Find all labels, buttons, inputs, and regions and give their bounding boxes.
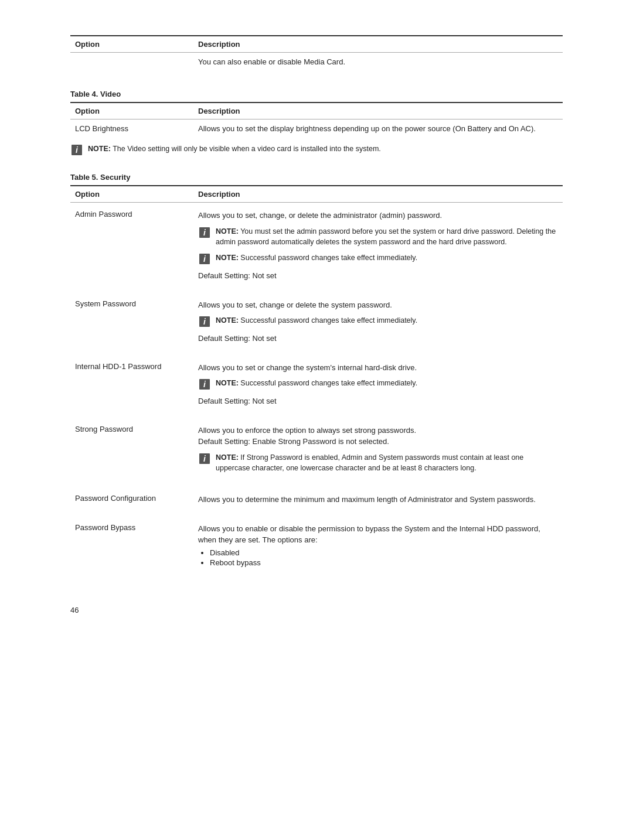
table5-option-hdd: Internal HDD-1 Password — [70, 355, 193, 412]
note-icon-strong1: i — [198, 452, 211, 465]
table5-row-config: Password Configuration Allows you to det… — [70, 487, 563, 510]
table5-desc-system: Allows you to set, change or delete the … — [193, 292, 563, 349]
table5-row-system: System Password Allows you to set, chang… — [70, 292, 563, 349]
note-icon-admin2: i — [198, 252, 211, 265]
admin-default: Default Setting: Not set — [198, 270, 558, 282]
table5-row-strong: Strong Password Allows you to enforce th… — [70, 418, 563, 482]
table4-option-lcd: LCD Brightness — [70, 119, 193, 138]
table5-desc-hdd: Allows you to set or change the system's… — [193, 355, 563, 412]
bypass-bullet-disabled: Disabled — [210, 548, 558, 557]
hdd-default: Default Setting: Not set — [198, 395, 558, 407]
table5-header: Option Description — [70, 186, 563, 203]
note-icon-system1: i — [198, 315, 211, 328]
table5-header-desc: Description — [193, 186, 563, 203]
strong-note1-block: i NOTE: If Strong Password is enabled, A… — [198, 452, 558, 474]
table4-desc-lcd: Allows you to set the display brightness… — [193, 119, 563, 138]
admin-note2-text: NOTE: Successful password changes take e… — [216, 252, 417, 264]
top-row-desc: You can also enable or disable Media Car… — [193, 53, 563, 71]
table5-desc-bypass: Allows you to enable or disable the perm… — [193, 516, 563, 571]
table4-note-block: i NOTE: The Video setting will only be v… — [70, 144, 563, 156]
strong-note1-text: NOTE: If Strong Password is enabled, Adm… — [216, 452, 558, 474]
page-number-container: 46 — [70, 606, 563, 614]
table5-option-strong: Strong Password — [70, 418, 193, 482]
table4-title: Table 4. Video — [70, 90, 563, 98]
table5-desc-config: Allows you to determine the minimum and … — [193, 487, 563, 510]
top-header-option: Option — [70, 36, 193, 53]
spacer3 — [70, 412, 563, 418]
top-continuation-section: Option Description You can also enable o… — [70, 35, 563, 71]
top-table-header: Option Description — [70, 36, 563, 53]
table5-option-admin: Admin Password — [70, 203, 193, 286]
table5-desc-admin: Allows you to set, change, or delete the… — [193, 203, 563, 286]
table4-header-desc: Description — [193, 103, 563, 119]
bypass-bullet-list: Disabled Reboot bypass — [198, 548, 558, 567]
admin-note2-block: i NOTE: Successful password changes take… — [198, 252, 558, 265]
system-note1-text: NOTE: Successful password changes take e… — [216, 315, 417, 326]
top-table-row: You can also enable or disable Media Car… — [70, 53, 563, 71]
hdd-note1-block: i NOTE: Successful password changes take… — [198, 378, 558, 391]
admin-note1-block: i NOTE: You must set the admin password … — [198, 226, 558, 248]
table5-header-option: Option — [70, 186, 193, 203]
hdd-note1-text: NOTE: Successful password changes take e… — [216, 378, 417, 389]
spacer2 — [70, 349, 563, 355]
note-icon-admin1: i — [198, 226, 211, 239]
page-number: 46 — [70, 606, 79, 614]
table4-row-lcd: LCD Brightness Allows you to set the dis… — [70, 119, 563, 138]
table5-option-bypass: Password Bypass — [70, 516, 193, 571]
table5-row-bypass: Password Bypass Allows you to enable or … — [70, 516, 563, 571]
system-default: Default Setting: Not set — [198, 333, 558, 344]
table5-section: Table 5. Security Option Description Adm… — [70, 173, 563, 571]
spacer5 — [70, 510, 563, 516]
note-icon-hdd1: i — [198, 378, 211, 391]
table4-header-option: Option — [70, 103, 193, 119]
spacer4 — [70, 481, 563, 487]
admin-note1-text: NOTE: You must set the admin password be… — [216, 226, 558, 248]
system-note1-block: i NOTE: Successful password changes take… — [198, 315, 558, 328]
note-icon-video: i — [70, 144, 83, 156]
table5-row-admin: Admin Password Allows you to set, change… — [70, 203, 563, 286]
table5-option-system: System Password — [70, 292, 193, 349]
table5-desc-strong: Allows you to enforce the option to alwa… — [193, 418, 563, 482]
table5-title: Table 5. Security — [70, 173, 563, 182]
bypass-bullet-reboot: Reboot bypass — [210, 558, 558, 567]
table4-section: Table 4. Video Option Description LCD Br… — [70, 90, 563, 156]
spacer1 — [70, 286, 563, 292]
table4-header: Option Description — [70, 103, 563, 119]
table4-note-text: NOTE: The Video setting will only be vis… — [88, 144, 381, 155]
table5-option-config: Password Configuration — [70, 487, 193, 510]
top-header-desc: Description — [193, 36, 563, 53]
table5-row-hdd: Internal HDD-1 Password Allows you to se… — [70, 355, 563, 412]
